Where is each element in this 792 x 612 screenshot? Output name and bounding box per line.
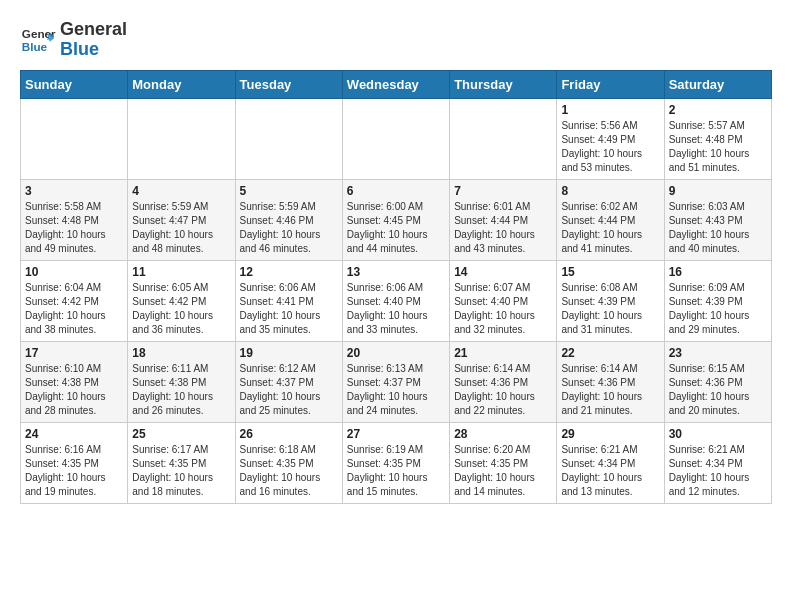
day-info: Sunrise: 6:21 AM Sunset: 4:34 PM Dayligh… <box>561 443 659 499</box>
calendar-cell: 19Sunrise: 6:12 AM Sunset: 4:37 PM Dayli… <box>235 341 342 422</box>
day-number: 6 <box>347 184 445 198</box>
day-info: Sunrise: 6:11 AM Sunset: 4:38 PM Dayligh… <box>132 362 230 418</box>
day-info: Sunrise: 6:09 AM Sunset: 4:39 PM Dayligh… <box>669 281 767 337</box>
calendar-cell: 5Sunrise: 5:59 AM Sunset: 4:46 PM Daylig… <box>235 179 342 260</box>
day-number: 25 <box>132 427 230 441</box>
day-info: Sunrise: 6:08 AM Sunset: 4:39 PM Dayligh… <box>561 281 659 337</box>
day-number: 2 <box>669 103 767 117</box>
day-number: 19 <box>240 346 338 360</box>
day-number: 1 <box>561 103 659 117</box>
day-number: 8 <box>561 184 659 198</box>
day-number: 9 <box>669 184 767 198</box>
day-number: 16 <box>669 265 767 279</box>
calendar-cell: 11Sunrise: 6:05 AM Sunset: 4:42 PM Dayli… <box>128 260 235 341</box>
calendar-cell: 24Sunrise: 6:16 AM Sunset: 4:35 PM Dayli… <box>21 422 128 503</box>
calendar-cell: 21Sunrise: 6:14 AM Sunset: 4:36 PM Dayli… <box>450 341 557 422</box>
calendar-cell: 22Sunrise: 6:14 AM Sunset: 4:36 PM Dayli… <box>557 341 664 422</box>
day-number: 11 <box>132 265 230 279</box>
day-info: Sunrise: 6:16 AM Sunset: 4:35 PM Dayligh… <box>25 443 123 499</box>
col-header-wednesday: Wednesday <box>342 70 449 98</box>
calendar-cell: 28Sunrise: 6:20 AM Sunset: 4:35 PM Dayli… <box>450 422 557 503</box>
day-number: 4 <box>132 184 230 198</box>
col-header-sunday: Sunday <box>21 70 128 98</box>
day-number: 22 <box>561 346 659 360</box>
day-info: Sunrise: 5:56 AM Sunset: 4:49 PM Dayligh… <box>561 119 659 175</box>
day-number: 3 <box>25 184 123 198</box>
calendar-cell: 6Sunrise: 6:00 AM Sunset: 4:45 PM Daylig… <box>342 179 449 260</box>
day-number: 14 <box>454 265 552 279</box>
calendar-cell: 23Sunrise: 6:15 AM Sunset: 4:36 PM Dayli… <box>664 341 771 422</box>
calendar-week-4: 17Sunrise: 6:10 AM Sunset: 4:38 PM Dayli… <box>21 341 772 422</box>
day-info: Sunrise: 5:59 AM Sunset: 4:47 PM Dayligh… <box>132 200 230 256</box>
calendar-cell: 17Sunrise: 6:10 AM Sunset: 4:38 PM Dayli… <box>21 341 128 422</box>
calendar-cell: 18Sunrise: 6:11 AM Sunset: 4:38 PM Dayli… <box>128 341 235 422</box>
calendar-cell <box>21 98 128 179</box>
calendar-cell: 15Sunrise: 6:08 AM Sunset: 4:39 PM Dayli… <box>557 260 664 341</box>
day-number: 26 <box>240 427 338 441</box>
calendar-cell: 12Sunrise: 6:06 AM Sunset: 4:41 PM Dayli… <box>235 260 342 341</box>
calendar-cell: 26Sunrise: 6:18 AM Sunset: 4:35 PM Dayli… <box>235 422 342 503</box>
day-info: Sunrise: 6:02 AM Sunset: 4:44 PM Dayligh… <box>561 200 659 256</box>
calendar-cell: 13Sunrise: 6:06 AM Sunset: 4:40 PM Dayli… <box>342 260 449 341</box>
day-number: 18 <box>132 346 230 360</box>
calendar-cell: 8Sunrise: 6:02 AM Sunset: 4:44 PM Daylig… <box>557 179 664 260</box>
day-info: Sunrise: 6:14 AM Sunset: 4:36 PM Dayligh… <box>454 362 552 418</box>
logo: General Blue General Blue <box>20 20 127 60</box>
day-info: Sunrise: 6:15 AM Sunset: 4:36 PM Dayligh… <box>669 362 767 418</box>
svg-text:Blue: Blue <box>22 40 48 53</box>
calendar-cell <box>450 98 557 179</box>
day-number: 29 <box>561 427 659 441</box>
calendar-week-3: 10Sunrise: 6:04 AM Sunset: 4:42 PM Dayli… <box>21 260 772 341</box>
calendar-cell: 27Sunrise: 6:19 AM Sunset: 4:35 PM Dayli… <box>342 422 449 503</box>
day-info: Sunrise: 5:59 AM Sunset: 4:46 PM Dayligh… <box>240 200 338 256</box>
day-number: 21 <box>454 346 552 360</box>
col-header-thursday: Thursday <box>450 70 557 98</box>
day-info: Sunrise: 6:14 AM Sunset: 4:36 PM Dayligh… <box>561 362 659 418</box>
calendar-cell: 14Sunrise: 6:07 AM Sunset: 4:40 PM Dayli… <box>450 260 557 341</box>
logo-general: General <box>60 20 127 40</box>
calendar-cell: 7Sunrise: 6:01 AM Sunset: 4:44 PM Daylig… <box>450 179 557 260</box>
day-info: Sunrise: 6:05 AM Sunset: 4:42 PM Dayligh… <box>132 281 230 337</box>
day-info: Sunrise: 6:21 AM Sunset: 4:34 PM Dayligh… <box>669 443 767 499</box>
day-number: 5 <box>240 184 338 198</box>
day-info: Sunrise: 5:57 AM Sunset: 4:48 PM Dayligh… <box>669 119 767 175</box>
calendar-week-5: 24Sunrise: 6:16 AM Sunset: 4:35 PM Dayli… <box>21 422 772 503</box>
day-number: 28 <box>454 427 552 441</box>
day-info: Sunrise: 6:03 AM Sunset: 4:43 PM Dayligh… <box>669 200 767 256</box>
col-header-tuesday: Tuesday <box>235 70 342 98</box>
day-info: Sunrise: 6:10 AM Sunset: 4:38 PM Dayligh… <box>25 362 123 418</box>
calendar-cell: 10Sunrise: 6:04 AM Sunset: 4:42 PM Dayli… <box>21 260 128 341</box>
day-info: Sunrise: 6:13 AM Sunset: 4:37 PM Dayligh… <box>347 362 445 418</box>
calendar-cell: 1Sunrise: 5:56 AM Sunset: 4:49 PM Daylig… <box>557 98 664 179</box>
calendar-table: SundayMondayTuesdayWednesdayThursdayFrid… <box>20 70 772 504</box>
day-info: Sunrise: 6:12 AM Sunset: 4:37 PM Dayligh… <box>240 362 338 418</box>
calendar-cell: 3Sunrise: 5:58 AM Sunset: 4:48 PM Daylig… <box>21 179 128 260</box>
day-number: 12 <box>240 265 338 279</box>
day-number: 20 <box>347 346 445 360</box>
col-header-friday: Friday <box>557 70 664 98</box>
calendar-cell: 30Sunrise: 6:21 AM Sunset: 4:34 PM Dayli… <box>664 422 771 503</box>
calendar-cell <box>128 98 235 179</box>
day-number: 17 <box>25 346 123 360</box>
day-number: 7 <box>454 184 552 198</box>
day-info: Sunrise: 6:19 AM Sunset: 4:35 PM Dayligh… <box>347 443 445 499</box>
day-info: Sunrise: 6:06 AM Sunset: 4:40 PM Dayligh… <box>347 281 445 337</box>
day-info: Sunrise: 6:06 AM Sunset: 4:41 PM Dayligh… <box>240 281 338 337</box>
page-header: General Blue General Blue <box>20 20 772 60</box>
calendar-cell <box>342 98 449 179</box>
calendar-cell <box>235 98 342 179</box>
day-number: 30 <box>669 427 767 441</box>
logo-blue: Blue <box>60 40 127 60</box>
calendar-week-2: 3Sunrise: 5:58 AM Sunset: 4:48 PM Daylig… <box>21 179 772 260</box>
day-info: Sunrise: 5:58 AM Sunset: 4:48 PM Dayligh… <box>25 200 123 256</box>
calendar-cell: 20Sunrise: 6:13 AM Sunset: 4:37 PM Dayli… <box>342 341 449 422</box>
calendar-cell: 25Sunrise: 6:17 AM Sunset: 4:35 PM Dayli… <box>128 422 235 503</box>
calendar-cell: 29Sunrise: 6:21 AM Sunset: 4:34 PM Dayli… <box>557 422 664 503</box>
calendar-week-1: 1Sunrise: 5:56 AM Sunset: 4:49 PM Daylig… <box>21 98 772 179</box>
day-info: Sunrise: 6:04 AM Sunset: 4:42 PM Dayligh… <box>25 281 123 337</box>
day-number: 27 <box>347 427 445 441</box>
day-number: 10 <box>25 265 123 279</box>
day-info: Sunrise: 6:18 AM Sunset: 4:35 PM Dayligh… <box>240 443 338 499</box>
col-header-saturday: Saturday <box>664 70 771 98</box>
calendar-cell: 16Sunrise: 6:09 AM Sunset: 4:39 PM Dayli… <box>664 260 771 341</box>
